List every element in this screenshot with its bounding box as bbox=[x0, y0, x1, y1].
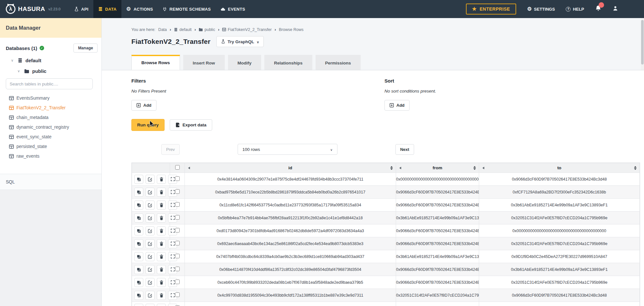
copy-row-button[interactable] bbox=[134, 213, 143, 222]
edit-row-button[interactable] bbox=[146, 175, 155, 184]
copy-row-button[interactable] bbox=[134, 188, 143, 197]
sidebar-item-table[interactable]: dynamic_contract_registry bbox=[9, 122, 101, 132]
sidebar-item-table[interactable]: persisted_state bbox=[9, 142, 101, 151]
collapse-column-icon[interactable] bbox=[482, 167, 484, 169]
sidebar-item-table[interactable]: FiatTokenV2_2_Transfer bbox=[9, 103, 101, 113]
copy-row-button[interactable] bbox=[134, 226, 143, 235]
cell-to: 0x3b61AbEe91852714E4e99b09a1AF3e9C13893e… bbox=[479, 263, 640, 276]
delete-row-button[interactable] bbox=[157, 213, 166, 222]
delete-row-button[interactable] bbox=[157, 304, 166, 306]
row-checkbox[interactable] bbox=[175, 241, 180, 245]
breadcrumb-data[interactable]: Data bbox=[158, 27, 167, 32]
delete-row-button[interactable] bbox=[157, 265, 166, 274]
row-checkbox[interactable] bbox=[175, 202, 180, 207]
edit-row-button[interactable] bbox=[146, 226, 155, 235]
column-header-from[interactable]: from bbox=[396, 163, 479, 173]
sidebar-item-database-default[interactable]: ∨ default bbox=[6, 58, 98, 63]
tab-modify[interactable]: Modify bbox=[228, 55, 261, 70]
column-header-id[interactable]: id bbox=[185, 163, 396, 173]
edit-row-button[interactable] bbox=[146, 265, 155, 274]
edit-row-button[interactable] bbox=[146, 213, 155, 222]
edit-row-button[interactable] bbox=[146, 188, 155, 197]
copy-row-button[interactable] bbox=[134, 239, 143, 248]
help-button[interactable]: ? HELP bbox=[566, 7, 584, 12]
copy-row-button[interactable] bbox=[134, 252, 143, 261]
nav-item-actions[interactable]: ⚙ ACTIONS bbox=[121, 0, 158, 18]
edit-row-button[interactable] bbox=[146, 252, 155, 261]
edit-row-button[interactable] bbox=[146, 201, 155, 210]
copy-row-button[interactable] bbox=[134, 291, 143, 300]
row-checkbox[interactable] bbox=[175, 176, 180, 181]
breadcrumb-table[interactable]: FiatTokenV2_2_Transfer bbox=[228, 27, 271, 32]
collapse-column-icon[interactable] bbox=[188, 167, 190, 169]
try-graphql-button[interactable]: Try GraphQL bbox=[216, 36, 264, 47]
breadcrumb-public[interactable]: public bbox=[204, 27, 215, 32]
column-header-to[interactable]: to bbox=[479, 163, 640, 173]
run-query-button[interactable]: Run query bbox=[131, 119, 165, 131]
tab-relationships[interactable]: Relationships bbox=[264, 55, 312, 70]
nav-item-api[interactable]: API bbox=[70, 0, 93, 18]
nav-item-events[interactable]: EVENTS bbox=[216, 0, 250, 18]
add-filter-button[interactable]: Add bbox=[131, 100, 156, 111]
delete-row-button[interactable] bbox=[157, 252, 166, 261]
row-checkbox[interactable] bbox=[175, 189, 180, 194]
row-checkbox[interactable] bbox=[175, 280, 180, 284]
row-checkbox[interactable] bbox=[175, 254, 180, 258]
enterprise-button[interactable]: ★ ENTERPRISE bbox=[466, 4, 516, 15]
sort-icon[interactable] bbox=[390, 166, 393, 170]
delete-row-button[interactable] bbox=[157, 201, 166, 210]
tab-browse-rows[interactable]: Browse Rows bbox=[131, 55, 180, 70]
cell-to: 0x32051C314f2AFe0E57f8D7cECD204a1C795b96… bbox=[479, 237, 640, 250]
row-checkbox[interactable] bbox=[175, 215, 180, 220]
sidebar-item-table[interactable]: chain_metadata bbox=[9, 113, 101, 122]
sidebar-item-table[interactable]: event_sync_state bbox=[9, 132, 101, 142]
sidebar-item-table[interactable]: EventsSummary bbox=[9, 93, 101, 103]
row-checkbox[interactable] bbox=[175, 267, 180, 271]
edit-row-button[interactable] bbox=[146, 291, 155, 300]
copy-row-button[interactable] bbox=[134, 175, 143, 184]
copy-row-button[interactable] bbox=[134, 201, 143, 210]
sort-icon[interactable] bbox=[473, 166, 476, 170]
nav-item-data[interactable]: DATA bbox=[93, 0, 121, 18]
breadcrumb-default[interactable]: default bbox=[179, 27, 192, 32]
cell-id: 0xd0173d80942e7301b8fdb4ad916867b02462db… bbox=[185, 224, 396, 237]
delete-row-button[interactable] bbox=[157, 278, 166, 287]
row-checkbox[interactable] bbox=[175, 228, 180, 232]
copy-row-button[interactable] bbox=[134, 304, 143, 306]
delete-row-button[interactable] bbox=[157, 175, 166, 184]
expand-icon bbox=[171, 254, 175, 259]
row-checkbox[interactable] bbox=[175, 292, 180, 297]
tab-permissions[interactable]: Permissions bbox=[316, 55, 361, 70]
edit-row-button[interactable] bbox=[146, 304, 155, 306]
sidebar-item-schema-public[interactable]: ∨ public bbox=[6, 68, 98, 74]
delete-row-button[interactable] bbox=[157, 239, 166, 248]
delete-row-button[interactable] bbox=[157, 188, 166, 197]
delete-row-button[interactable] bbox=[157, 226, 166, 235]
hasura-logo[interactable]: λ HASURA v2.23.0 bbox=[6, 4, 61, 14]
add-sort-button[interactable]: Add bbox=[384, 100, 410, 111]
chevron-down-icon[interactable]: ∨ bbox=[11, 58, 15, 63]
export-data-button[interactable]: Export data bbox=[170, 119, 212, 131]
tab-insert-row[interactable]: Insert Row bbox=[183, 55, 225, 70]
user-menu-button[interactable] bbox=[612, 5, 618, 13]
collapse-column-icon[interactable] bbox=[399, 167, 401, 169]
settings-button[interactable]: ⚙ SETTINGS bbox=[527, 6, 555, 12]
edit-row-button[interactable] bbox=[146, 239, 155, 248]
sidebar-item-sql[interactable]: SQL bbox=[0, 174, 101, 190]
delete-row-button[interactable] bbox=[157, 291, 166, 300]
prev-page-button[interactable]: Prev bbox=[161, 144, 180, 155]
next-page-button[interactable]: Next bbox=[395, 144, 414, 155]
sidebar-item-table[interactable]: raw_events bbox=[9, 151, 101, 161]
rows-per-page-select[interactable]: 100 rows bbox=[238, 144, 337, 155]
copy-row-button[interactable] bbox=[134, 278, 143, 287]
search-tables-input[interactable] bbox=[6, 78, 93, 89]
nav-item-remote-schemas[interactable]: REMOTE SCHEMAS bbox=[158, 0, 215, 18]
notifications-button[interactable] bbox=[595, 5, 601, 13]
manage-button[interactable]: Manage bbox=[73, 44, 98, 53]
sort-icon[interactable] bbox=[634, 166, 637, 170]
copy-row-button[interactable] bbox=[134, 265, 143, 274]
chevron-down-icon[interactable]: ∨ bbox=[17, 69, 21, 73]
select-all-checkbox[interactable] bbox=[175, 165, 180, 170]
edit-row-button[interactable] bbox=[146, 278, 155, 287]
delete-icon bbox=[159, 293, 164, 298]
